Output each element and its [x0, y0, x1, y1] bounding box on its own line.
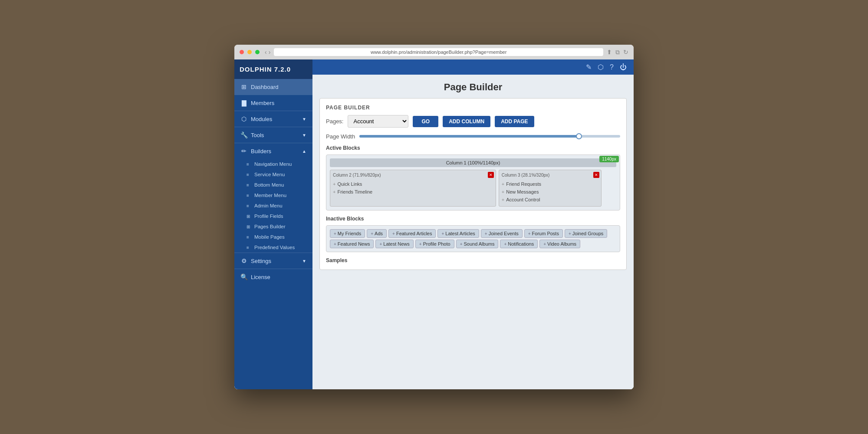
sidebar-label-pages-builder: Pages Builder	[254, 224, 286, 229]
block-quick-links[interactable]: + Quick Links	[333, 180, 493, 188]
inactive-plus-11: +	[460, 242, 463, 247]
back-icon[interactable]: ‹	[265, 49, 267, 56]
inactive-block-joined-groups[interactable]: + Joined Groups	[565, 229, 607, 238]
page-width-slider[interactable]	[359, 133, 620, 140]
app-container: DOLPHIN 7.2.0 ⊞ Dashboard ▇ Members ⬡ Mo…	[234, 59, 634, 389]
width-badge: 1140px	[599, 156, 619, 162]
inactive-plus-3: +	[392, 231, 395, 236]
column3-close-button[interactable]: ✕	[593, 172, 599, 178]
sidebar-label-settings: Settings	[251, 258, 271, 264]
inactive-label-latest-articles: Latest Articles	[445, 231, 475, 236]
nav-menu-icon: ≡	[247, 162, 252, 167]
add-column-button[interactable]: ADD COLUMN	[443, 116, 490, 127]
maximize-button[interactable]	[255, 50, 260, 54]
sidebar-item-admin-menu[interactable]: ≡ Admin Menu	[234, 201, 312, 211]
browser-window: ‹ › www.dolphin.pro/administration/pageB…	[234, 45, 634, 389]
share-icon[interactable]: ⬆	[607, 49, 612, 56]
block-label-friends-timeline: Friends Timeline	[337, 189, 372, 194]
browser-chrome: ‹ › www.dolphin.pro/administration/pageB…	[234, 45, 634, 59]
modules-icon: ⬡	[240, 115, 247, 122]
sidebar-item-settings[interactable]: ⚙ Settings ▼	[234, 253, 312, 269]
sidebar-item-members[interactable]: ▇ Members	[234, 95, 312, 111]
add-page-button[interactable]: ADD PAGE	[495, 116, 534, 127]
inactive-label-sound-albums: Sound Albums	[464, 241, 494, 247]
edit-icon[interactable]: ✎	[586, 63, 592, 71]
sidebar-item-profile-fields[interactable]: ⊞ Profile Fields	[234, 211, 312, 221]
close-button[interactable]	[240, 50, 244, 54]
inactive-block-my-friends[interactable]: + My Friends	[330, 229, 365, 238]
pages-builder-icon: ⊞	[247, 224, 252, 229]
inactive-block-ads[interactable]: + Ads	[367, 229, 387, 238]
samples-label: Samples	[326, 257, 347, 263]
sidebar-section-tools: 🔧 Tools ▼	[234, 127, 312, 143]
refresh-icon[interactable]: ↻	[623, 49, 628, 56]
block-account-control[interactable]: + Account Control	[502, 196, 599, 204]
inactive-block-forum-posts[interactable]: + Forum Posts	[524, 229, 563, 238]
sidebar-item-tools[interactable]: 🔧 Tools ▼	[234, 127, 312, 143]
minimize-button[interactable]	[247, 50, 252, 54]
inactive-plus-6: +	[528, 231, 531, 236]
member-menu-icon: ≡	[247, 193, 252, 198]
settings-icon: ⚙	[240, 257, 247, 264]
inactive-plus-7: +	[569, 231, 571, 236]
logout-icon[interactable]: ⏻	[620, 63, 627, 71]
inactive-label-joined-groups: Joined Groups	[572, 231, 604, 236]
sidebar-label-tools: Tools	[251, 132, 264, 138]
sidebar-item-license[interactable]: 🔍 License	[234, 269, 312, 285]
inactive-plus-13: +	[543, 242, 546, 247]
predefined-icon: ≡	[247, 245, 252, 250]
forward-icon[interactable]: ›	[269, 49, 271, 56]
sidebar-label-nav-menu: Navigation Menu	[254, 161, 292, 167]
column2-close-button[interactable]: ✕	[488, 172, 494, 178]
sidebar-item-dashboard[interactable]: ⊞ Dashboard	[234, 79, 312, 95]
block-label-quick-links: Quick Links	[337, 181, 362, 187]
inactive-block-latest-news[interactable]: + Latest News	[375, 240, 413, 248]
puzzle-icon[interactable]: ⬡	[598, 63, 604, 71]
sidebar-item-pages-builder[interactable]: ⊞ Pages Builder	[234, 221, 312, 232]
page-width-label: Page Width	[326, 133, 355, 140]
inactive-label-forum-posts: Forum Posts	[532, 231, 559, 236]
help-icon[interactable]: ?	[610, 63, 614, 71]
block-new-messages[interactable]: + New Messages	[502, 188, 599, 196]
inactive-block-latest-articles[interactable]: + Latest Articles	[437, 229, 479, 238]
inactive-label-notifications: Notifications	[508, 241, 534, 247]
inactive-block-joined-events[interactable]: + Joined Events	[481, 229, 523, 238]
slider-thumb[interactable]	[576, 133, 582, 139]
address-bar[interactable]: www.dolphin.pro/administration/pageBuild…	[274, 48, 603, 56]
builders-chevron: ▲	[302, 149, 306, 154]
inactive-grid: + My Friends + Ads + Featured Articles	[330, 229, 616, 248]
page-title: Page Builder	[319, 82, 627, 93]
plus-icon: +	[333, 181, 335, 187]
sidebar-item-service-menu[interactable]: ≡ Service Menu	[234, 169, 312, 180]
inactive-block-featured-articles[interactable]: + Featured Articles	[388, 229, 436, 238]
license-icon: 🔍	[240, 273, 247, 280]
sidebar-item-builders[interactable]: ✏ Builders ▲	[234, 143, 312, 159]
sidebar-item-member-menu[interactable]: ≡ Member Menu	[234, 190, 312, 201]
inactive-block-notifications[interactable]: + Notifications	[500, 240, 538, 248]
app-logo: DOLPHIN 7.2.0	[234, 59, 312, 79]
inactive-block-featured-news[interactable]: + Featured News	[330, 240, 374, 248]
block-friends-timeline[interactable]: + Friends Timeline	[333, 188, 493, 196]
sidebar-item-modules[interactable]: ⬡ Modules ▼	[234, 111, 312, 127]
inactive-block-sound-albums[interactable]: + Sound Albums	[456, 240, 499, 248]
block-friend-requests[interactable]: + Friend Requests	[502, 180, 599, 188]
sidebar-item-bottom-menu[interactable]: ≡ Bottom Menu	[234, 180, 312, 190]
tools-chevron: ▼	[302, 133, 306, 138]
sidebar-item-predefined-values[interactable]: ≡ Predefined Values	[234, 242, 312, 253]
inactive-block-profile-photo[interactable]: + Profile Photo	[415, 240, 454, 248]
sidebar: DOLPHIN 7.2.0 ⊞ Dashboard ▇ Members ⬡ Mo…	[234, 59, 312, 389]
column3-header: Column 3 (28.1%/320px)	[502, 173, 599, 178]
settings-chevron: ▼	[302, 259, 306, 263]
duplicate-icon[interactable]: ⧉	[615, 49, 620, 56]
admin-menu-icon: ≡	[247, 204, 252, 208]
browser-icons: ⬆ ⧉ ↻	[607, 49, 628, 56]
go-button[interactable]: GO	[413, 116, 438, 127]
sidebar-item-mobile-pages[interactable]: ≡ Mobile Pages	[234, 232, 312, 242]
column1-header: Column 1 (100%/1140px)	[330, 158, 616, 167]
sidebar-item-navigation-menu[interactable]: ≡ Navigation Menu	[234, 159, 312, 169]
inactive-label-latest-news: Latest News	[383, 241, 410, 247]
sidebar-label-license: License	[251, 274, 270, 280]
builders-icon: ✏	[240, 148, 247, 155]
inactive-block-video-albums[interactable]: + Video Albums	[539, 240, 580, 248]
pages-select[interactable]: Account Home Profile Blog	[348, 115, 408, 128]
